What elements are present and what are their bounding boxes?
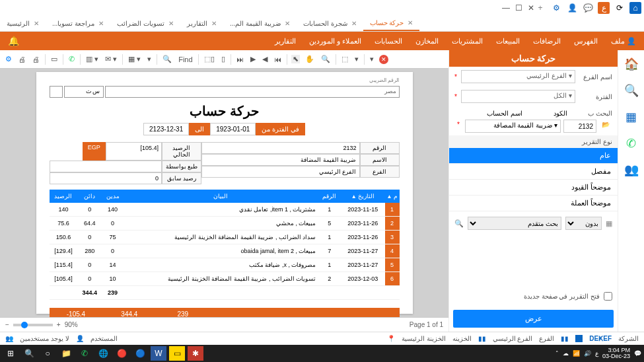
col-date[interactable]: التاريخ▲ [341, 190, 385, 203]
select-icon[interactable]: ⬚ [340, 55, 349, 63]
volume-icon[interactable]: 🔊 [584, 350, 591, 357]
wifi-icon[interactable]: 📶 [573, 350, 580, 357]
menu-accounts[interactable]: الحسابات [375, 37, 402, 46]
close-icon[interactable]: ✕ [98, 20, 104, 27]
code-input[interactable] [563, 120, 596, 133]
home-icon[interactable]: 🏠 [624, 57, 639, 71]
add-tab-icon[interactable]: + [534, 2, 546, 14]
find-icon[interactable]: 🔍 [161, 55, 173, 63]
bell-icon[interactable]: 🔔 [8, 36, 19, 46]
edge-icon[interactable]: 🌐 [95, 346, 111, 361]
min-icon[interactable]: — [502, 3, 510, 13]
search-icon[interactable]: 🔍 [454, 219, 464, 228]
tab-reports[interactable]: ✕التقارير [180, 16, 223, 31]
apps-icon[interactable]: ▦ [626, 110, 637, 124]
max-icon[interactable]: ☐ [515, 3, 522, 13]
view-button[interactable]: عرض [453, 310, 614, 328]
search-icon[interactable]: 🔍 [21, 346, 37, 361]
menu-stores[interactable]: المخازن [415, 37, 439, 46]
start-icon[interactable]: ⊞ [3, 346, 18, 361]
notes-icon[interactable]: ▭ [169, 346, 185, 361]
chat-icon[interactable]: 💬 [582, 2, 594, 14]
whatsapp-icon[interactable]: ✆ [626, 136, 636, 151]
grid-icon[interactable]: ▦ [606, 219, 612, 228]
menu-index[interactable]: الفهرس [574, 37, 598, 46]
pointer-icon[interactable]: ⬉ [291, 55, 300, 63]
notif-icon[interactable]: 💬 [634, 350, 641, 357]
menu-reports[interactable]: التقارير [275, 37, 296, 46]
explorer-icon[interactable]: 📁 [58, 346, 74, 361]
col-debit[interactable]: مدين [102, 190, 124, 203]
tab-vat[interactable]: ✕ضريبة القيمة الم... [223, 16, 297, 31]
adv-search-select[interactable]: بحث متقدم [468, 217, 561, 230]
last-icon[interactable]: ⏭ [235, 55, 245, 63]
close-icon[interactable]: ✕ [211, 20, 217, 27]
opt-currency[interactable]: موضحاً العملة [449, 196, 618, 211]
table-icon[interactable]: ▦ ▾ [127, 55, 142, 63]
search-icon[interactable]: 🔍 [624, 83, 639, 98]
col-desc[interactable]: البيان [124, 190, 318, 203]
print-icon[interactable]: 🖨 [17, 55, 27, 63]
cloud-icon[interactable]: ☁ [563, 350, 569, 357]
zoom-out-icon[interactable]: − [5, 321, 9, 328]
opt-entries[interactable]: موضحاً القيود [449, 180, 618, 196]
menu-file[interactable]: 👤 ملف [611, 37, 636, 46]
menu-purchases[interactable]: المشتريات [452, 37, 483, 46]
user-icon[interactable]: 👤 [566, 2, 578, 14]
first-icon[interactable]: ⏮ [273, 55, 283, 63]
word-icon[interactable]: W [151, 346, 166, 361]
close-icon[interactable]: ✕ [351, 20, 357, 27]
layout-icon[interactable]: ⬚▯ [203, 55, 216, 63]
menu-sales[interactable]: المبيعات [496, 37, 520, 46]
lang-icon[interactable]: ع [598, 2, 610, 14]
hand-icon[interactable]: ✋ [304, 55, 316, 63]
chrome-icon[interactable]: 🔴 [114, 346, 129, 361]
chevron-up-icon[interactable]: ˄ [555, 350, 559, 357]
refresh-icon[interactable]: ⟳ [614, 2, 626, 14]
col-index[interactable]: م▲ [385, 190, 400, 203]
whatsapp-icon[interactable]: ✆ [77, 346, 92, 361]
gear-icon[interactable]: ⚙ [550, 2, 562, 14]
next-icon[interactable]: ▶ [249, 55, 257, 63]
whatsapp-icon[interactable]: ✆ [67, 55, 76, 63]
tab-taxes[interactable]: ✕تسويات الضرائب [110, 16, 180, 31]
col-num[interactable]: الرقم [318, 190, 341, 203]
open-new-checkbox[interactable] [604, 292, 612, 301]
col-credit[interactable]: دائن [77, 190, 101, 203]
opt-general[interactable]: عام [449, 148, 618, 164]
gear-icon[interactable]: ⚙ [4, 55, 13, 63]
close-icon[interactable]: ✕ [168, 20, 174, 27]
close-icon[interactable]: ✕ [528, 3, 534, 13]
folder-icon[interactable]: 📂 [599, 120, 612, 133]
branch-select[interactable]: ▾ الفرع الرئيسي [461, 70, 575, 83]
tab-chart[interactable]: ✕شجرة الحسابات [297, 16, 363, 31]
clock[interactable]: 3:04 PM03-Dec-23 [602, 347, 630, 359]
printer-icon[interactable]: 🖨 [31, 55, 41, 63]
tab-account-movement[interactable]: ✕حركة حساب [363, 16, 420, 31]
cortana-icon[interactable]: ○ [40, 346, 55, 361]
app2-icon[interactable]: ✱ [188, 346, 203, 361]
users-icon[interactable]: 👥 [624, 163, 639, 177]
adv-none-select[interactable]: بدون [565, 217, 602, 230]
close-icon[interactable]: ✕ [285, 20, 290, 27]
close-icon[interactable]: ✕ [408, 19, 413, 26]
menu-clients[interactable]: العملاء و الموردين [309, 37, 361, 46]
export-icon[interactable]: ▥ ▾ [85, 55, 100, 63]
menu-addons[interactable]: الرضافات [533, 37, 561, 46]
app-icon[interactable]: 🔵 [132, 346, 148, 361]
doc-icon[interactable]: ▯ [220, 55, 227, 63]
close-icon[interactable]: ✕ [34, 20, 39, 27]
lang-icon[interactable]: ع [595, 350, 598, 357]
tab-home[interactable]: ✕الرئيسية [0, 16, 46, 31]
period-select[interactable]: ▾ الكل [461, 90, 575, 103]
opt-detailed[interactable]: مفصل [449, 164, 618, 180]
zoom-icon[interactable]: 🔍 [320, 55, 332, 63]
tab-audit[interactable]: ✕مراجعة تسويا... [46, 16, 110, 31]
page-icon[interactable]: ▭ [50, 55, 59, 63]
prev-icon[interactable]: ◀ [261, 55, 269, 63]
acct-select[interactable]: ▾ ضريبة القيمة المصافة [465, 120, 561, 133]
col-balance[interactable]: الرصيد [50, 190, 78, 203]
zoom-slider[interactable] [13, 324, 53, 326]
zoom-in-icon[interactable]: + [57, 321, 61, 328]
mail-icon[interactable]: ✉ ▾ [104, 55, 118, 63]
